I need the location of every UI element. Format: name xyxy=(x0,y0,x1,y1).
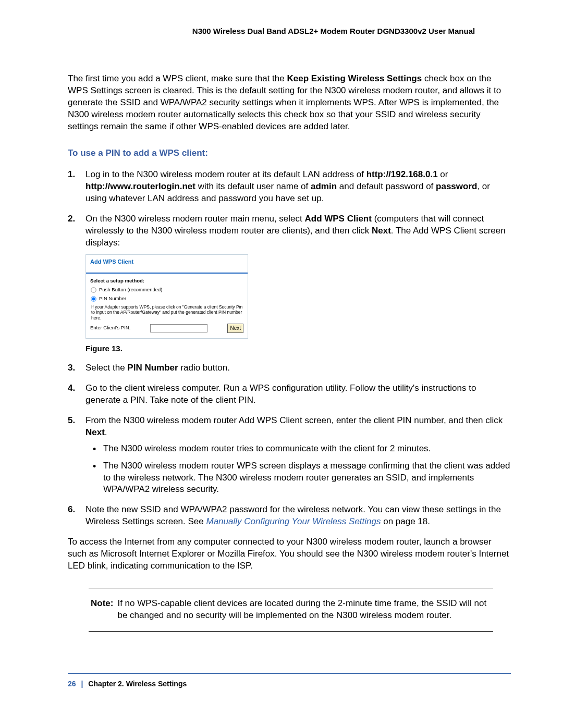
bold-text: password xyxy=(436,181,477,191)
cross-reference-link[interactable]: Manually Configuring Your Wireless Setti… xyxy=(206,516,381,526)
text: or xyxy=(438,169,448,179)
screenshot-help-text: If your Adapter supports WPS, please cli… xyxy=(91,304,243,320)
step-number: 1. xyxy=(68,169,75,181)
screenshot-title: Add WPS Client xyxy=(86,255,248,273)
radio-push-button-label: Push Button (recommended) xyxy=(99,287,162,293)
step-number: 5. xyxy=(68,415,75,427)
radio-pin-number-row: PIN Number xyxy=(90,295,243,302)
pin-label: Enter Client's PIN: xyxy=(90,325,130,331)
chapter-label: Chapter 2. Wireless Settings xyxy=(88,680,187,688)
separator: | xyxy=(81,680,83,688)
section-heading: To use a PIN to add a WPS client: xyxy=(68,147,511,159)
intro-paragraph: The first time you add a WPS client, mak… xyxy=(68,73,511,133)
step-5-bullets: The N300 wireless modem router tries to … xyxy=(85,443,511,496)
client-pin-input[interactable] xyxy=(150,324,207,332)
page-number: 26 xyxy=(68,680,76,688)
steps-list: 1. Log in to the N300 wireless modem rou… xyxy=(68,169,511,528)
step-number: 4. xyxy=(68,382,75,394)
text: From the N300 wireless modem router Add … xyxy=(85,415,503,425)
step-number: 2. xyxy=(68,213,75,225)
text: on page 18. xyxy=(381,516,430,526)
select-method-label: Select a setup method: xyxy=(90,278,243,285)
radio-pin-number-label: PIN Number xyxy=(99,295,126,302)
pin-entry-row: Enter Client's PIN: Next xyxy=(90,324,243,333)
screenshot-body: Select a setup method: Push Button (reco… xyxy=(86,274,248,338)
step-5: 5. From the N300 wireless modem router A… xyxy=(68,415,511,496)
text: On the N300 wireless modem router main m… xyxy=(85,214,304,224)
text: and default password of xyxy=(337,181,436,191)
bold-text: Next xyxy=(372,226,391,236)
note-label: Note: xyxy=(91,598,113,622)
text: radio button. xyxy=(178,363,230,373)
list-item: The N300 wireless modem router tries to … xyxy=(85,443,511,455)
text: Log in to the N300 wireless modem router… xyxy=(85,169,366,179)
bold-text: Add WPS Client xyxy=(304,214,371,224)
text: . xyxy=(105,427,107,437)
text: Select the xyxy=(85,363,127,373)
figure-caption: Figure 13. xyxy=(85,343,511,354)
step-1: 1. Log in to the N300 wireless modem rou… xyxy=(68,169,511,205)
radio-push-button-row: Push Button (recommended) xyxy=(90,287,243,293)
text: Go to the client wireless computer. Run … xyxy=(85,383,476,405)
bold-text: http://www.routerlogin.net xyxy=(85,181,195,191)
footer: 26 | Chapter 2. Wireless Settings xyxy=(68,679,511,689)
footer-rule xyxy=(68,673,511,674)
divider xyxy=(86,338,248,339)
step-number: 3. xyxy=(68,362,75,374)
manual-page: N300 Wireless Dual Band ADSL2+ Modem Rou… xyxy=(0,0,563,728)
document-header-title: N300 Wireless Dual Band ADSL2+ Modem Rou… xyxy=(68,26,511,36)
radio-pin-number[interactable] xyxy=(91,296,96,301)
step-3: 3. Select the PIN Number radio button. xyxy=(68,362,511,374)
text: The first time you add a WPS client, mak… xyxy=(68,73,287,83)
text: with its default user name of xyxy=(195,181,311,191)
step-4: 4. Go to the client wireless computer. R… xyxy=(68,382,511,406)
bold-text: PIN Number xyxy=(127,363,178,373)
add-wps-client-screenshot: Add WPS Client Select a setup method: Pu… xyxy=(85,254,248,339)
bold-text: http://192.168.0.1 xyxy=(366,169,438,179)
bold-text: admin xyxy=(311,181,337,191)
step-6: 6. Note the new SSID and WPA/WPA2 passwo… xyxy=(68,504,511,528)
note-block: Note: If no WPS-capable client devices a… xyxy=(89,588,493,632)
next-button[interactable]: Next xyxy=(227,324,243,333)
step-number: 6. xyxy=(68,504,75,516)
step-2: 2. On the N300 wireless modem router mai… xyxy=(68,213,511,354)
list-item: The N300 wireless modem router WPS scree… xyxy=(85,460,511,496)
closing-paragraph: To access the Internet from any computer… xyxy=(68,536,511,572)
bold-text: Keep Existing Wireless Settings xyxy=(287,73,422,83)
bold-text: Next xyxy=(85,427,105,437)
radio-push-button[interactable] xyxy=(91,287,96,292)
note-text: If no WPS-capable client devices are loc… xyxy=(117,598,491,622)
figure-13: Add WPS Client Select a setup method: Pu… xyxy=(85,254,511,354)
